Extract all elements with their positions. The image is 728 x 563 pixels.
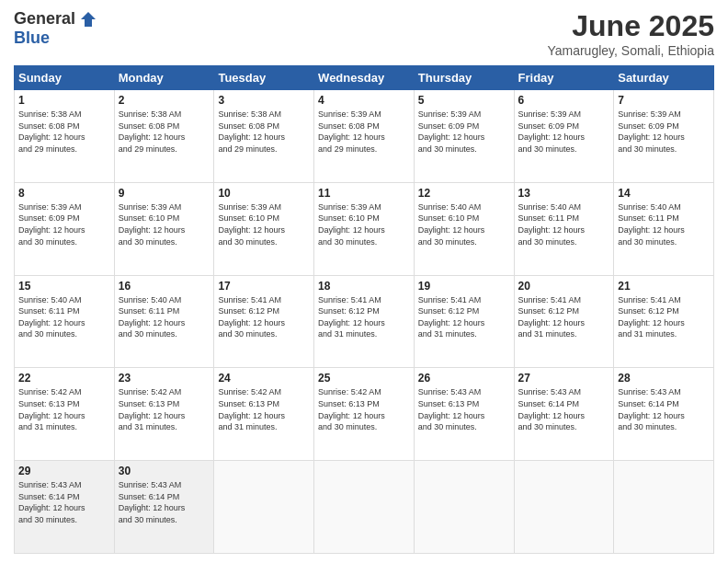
title-section: June 2025 Yamarugley, Somali, Ethiopia [547, 9, 714, 58]
day-number: 6 [518, 94, 610, 107]
day-info: Sunrise: 5:38 AMSunset: 6:08 PMDaylight:… [119, 109, 186, 154]
logo: General Blue [14, 9, 97, 48]
day-info: Sunrise: 5:43 AMSunset: 6:14 PMDaylight:… [119, 480, 186, 524]
col-friday: Friday [514, 66, 614, 90]
table-row [514, 461, 614, 554]
table-row: 6 Sunrise: 5:39 AMSunset: 6:09 PMDayligh… [514, 90, 614, 183]
table-row: 17 Sunrise: 5:41 AMSunset: 6:12 PMDaylig… [214, 275, 314, 368]
col-thursday: Thursday [414, 66, 514, 90]
day-info: Sunrise: 5:41 AMSunset: 6:12 PMDaylight:… [418, 295, 485, 339]
day-number: 27 [518, 372, 610, 385]
day-number: 14 [618, 187, 710, 200]
table-row [614, 461, 714, 554]
day-info: Sunrise: 5:42 AMSunset: 6:13 PMDaylight:… [18, 387, 85, 431]
col-tuesday: Tuesday [214, 66, 314, 90]
day-number: 30 [119, 465, 210, 477]
day-info: Sunrise: 5:40 AMSunset: 6:11 PMDaylight:… [119, 295, 186, 339]
table-row: 30 Sunrise: 5:43 AMSunset: 6:14 PMDaylig… [114, 461, 214, 554]
table-row [414, 461, 514, 554]
week-row-3: 15 Sunrise: 5:40 AMSunset: 6:11 PMDaylig… [15, 275, 714, 368]
table-row: 3 Sunrise: 5:38 AMSunset: 6:08 PMDayligh… [214, 90, 314, 183]
day-number: 25 [318, 372, 410, 385]
day-number: 28 [618, 372, 710, 385]
table-row: 28 Sunrise: 5:43 AMSunset: 6:14 PMDaylig… [614, 368, 714, 461]
logo-blue: Blue [14, 29, 50, 48]
day-info: Sunrise: 5:39 AMSunset: 6:08 PMDaylight:… [318, 109, 385, 154]
table-row: 21 Sunrise: 5:41 AMSunset: 6:12 PMDaylig… [614, 275, 714, 368]
location-subtitle: Yamarugley, Somali, Ethiopia [547, 43, 714, 58]
day-number: 8 [18, 187, 110, 200]
calendar: Sunday Monday Tuesday Wednesday Thursday… [14, 65, 714, 554]
day-info: Sunrise: 5:40 AMSunset: 6:11 PMDaylight:… [518, 202, 586, 247]
table-row: 19 Sunrise: 5:41 AMSunset: 6:12 PMDaylig… [414, 275, 514, 368]
table-row: 18 Sunrise: 5:41 AMSunset: 6:12 PMDaylig… [314, 275, 415, 368]
col-wednesday: Wednesday [314, 66, 415, 90]
day-number: 18 [318, 280, 410, 293]
week-row-4: 22 Sunrise: 5:42 AMSunset: 6:13 PMDaylig… [15, 368, 714, 461]
day-info: Sunrise: 5:42 AMSunset: 6:13 PMDaylight:… [318, 387, 385, 431]
week-row-2: 8 Sunrise: 5:39 AMSunset: 6:09 PMDayligh… [15, 182, 714, 275]
day-number: 24 [218, 372, 310, 385]
table-row [314, 461, 415, 554]
day-number: 3 [218, 94, 310, 107]
day-number: 16 [119, 280, 210, 293]
table-row: 4 Sunrise: 5:39 AMSunset: 6:08 PMDayligh… [314, 90, 415, 183]
table-row: 27 Sunrise: 5:43 AMSunset: 6:14 PMDaylig… [514, 368, 614, 461]
day-info: Sunrise: 5:39 AMSunset: 6:09 PMDaylight:… [518, 109, 586, 154]
day-number: 22 [18, 372, 110, 385]
day-number: 9 [119, 187, 210, 200]
table-row: 8 Sunrise: 5:39 AMSunset: 6:09 PMDayligh… [15, 182, 115, 275]
table-row: 14 Sunrise: 5:40 AMSunset: 6:11 PMDaylig… [614, 182, 714, 275]
table-row: 15 Sunrise: 5:40 AMSunset: 6:11 PMDaylig… [15, 275, 115, 368]
day-info: Sunrise: 5:39 AMSunset: 6:09 PMDaylight:… [418, 109, 485, 154]
table-row: 20 Sunrise: 5:41 AMSunset: 6:12 PMDaylig… [514, 275, 614, 368]
col-sunday: Sunday [15, 66, 115, 90]
table-row: 25 Sunrise: 5:42 AMSunset: 6:13 PMDaylig… [314, 368, 415, 461]
day-info: Sunrise: 5:39 AMSunset: 6:09 PMDaylight:… [18, 202, 85, 247]
day-number: 13 [518, 187, 610, 200]
table-row: 22 Sunrise: 5:42 AMSunset: 6:13 PMDaylig… [15, 368, 115, 461]
header: General Blue June 2025 Yamarugley, Somal… [14, 9, 714, 58]
day-info: Sunrise: 5:42 AMSunset: 6:13 PMDaylight:… [119, 387, 186, 431]
day-info: Sunrise: 5:43 AMSunset: 6:14 PMDaylight:… [518, 387, 586, 431]
day-info: Sunrise: 5:41 AMSunset: 6:12 PMDaylight:… [318, 295, 385, 339]
day-number: 20 [518, 280, 610, 293]
col-monday: Monday [114, 66, 214, 90]
table-row [214, 461, 314, 554]
day-number: 29 [18, 465, 110, 477]
col-saturday: Saturday [614, 66, 714, 90]
day-number: 4 [318, 94, 410, 107]
logo-icon [79, 10, 97, 29]
day-number: 1 [18, 94, 110, 107]
table-row: 7 Sunrise: 5:39 AMSunset: 6:09 PMDayligh… [614, 90, 714, 183]
day-number: 7 [618, 94, 710, 107]
day-info: Sunrise: 5:41 AMSunset: 6:12 PMDaylight:… [618, 295, 685, 339]
day-number: 5 [418, 94, 510, 107]
week-row-5: 29 Sunrise: 5:43 AMSunset: 6:14 PMDaylig… [15, 461, 714, 554]
week-row-1: 1 Sunrise: 5:38 AMSunset: 6:08 PMDayligh… [15, 90, 714, 183]
table-row: 11 Sunrise: 5:39 AMSunset: 6:10 PMDaylig… [314, 182, 415, 275]
header-row: Sunday Monday Tuesday Wednesday Thursday… [15, 66, 714, 90]
day-info: Sunrise: 5:40 AMSunset: 6:11 PMDaylight:… [18, 295, 85, 339]
day-number: 21 [618, 280, 710, 293]
day-number: 17 [218, 280, 310, 293]
table-row: 29 Sunrise: 5:43 AMSunset: 6:14 PMDaylig… [15, 461, 115, 554]
page: General Blue June 2025 Yamarugley, Somal… [0, 0, 728, 563]
day-info: Sunrise: 5:41 AMSunset: 6:12 PMDaylight:… [218, 295, 285, 339]
day-number: 10 [218, 187, 310, 200]
table-row: 16 Sunrise: 5:40 AMSunset: 6:11 PMDaylig… [114, 275, 214, 368]
table-row: 26 Sunrise: 5:43 AMSunset: 6:13 PMDaylig… [414, 368, 514, 461]
day-number: 12 [418, 187, 510, 200]
day-number: 23 [119, 372, 210, 385]
day-info: Sunrise: 5:39 AMSunset: 6:10 PMDaylight:… [119, 202, 186, 247]
day-number: 11 [318, 187, 410, 200]
day-info: Sunrise: 5:39 AMSunset: 6:09 PMDaylight:… [618, 109, 685, 154]
svg-marker-0 [81, 12, 96, 27]
table-row: 1 Sunrise: 5:38 AMSunset: 6:08 PMDayligh… [15, 90, 115, 183]
day-info: Sunrise: 5:42 AMSunset: 6:13 PMDaylight:… [218, 387, 285, 431]
logo-general: General [14, 9, 75, 29]
day-number: 15 [18, 280, 110, 293]
day-info: Sunrise: 5:43 AMSunset: 6:14 PMDaylight:… [18, 480, 85, 524]
day-info: Sunrise: 5:43 AMSunset: 6:14 PMDaylight:… [618, 387, 685, 431]
table-row: 13 Sunrise: 5:40 AMSunset: 6:11 PMDaylig… [514, 182, 614, 275]
